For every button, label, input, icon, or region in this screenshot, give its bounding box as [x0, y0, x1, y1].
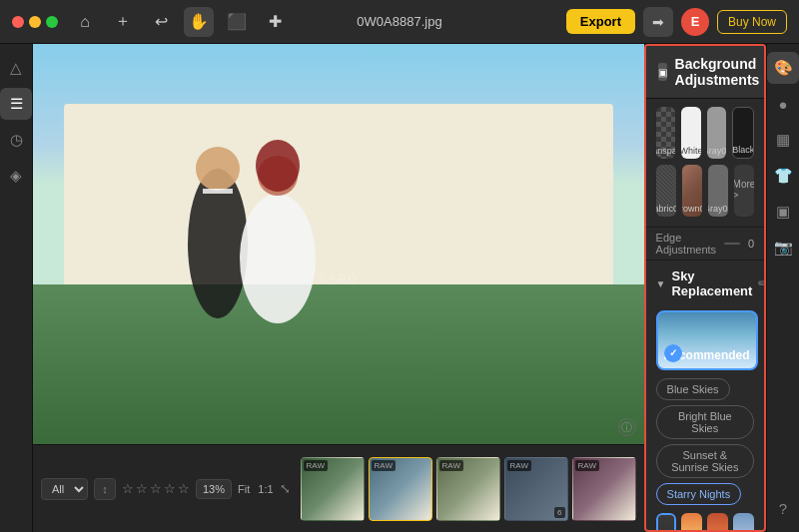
star-4[interactable]: ☆ [164, 481, 176, 496]
swatch-brown03-label: Brown03 [682, 204, 702, 214]
bg-swatches: Transpar... White Gray02 Black Fabric02 … [646, 99, 764, 227]
svg-point-1 [196, 147, 240, 191]
star-3[interactable]: ☆ [150, 481, 162, 496]
swatch-brown03[interactable]: Brown03 [682, 165, 702, 217]
left-sidebar: △ ☰ ◷ ◈ [0, 44, 33, 532]
swatch-gray03[interactable]: Gray03 [708, 165, 728, 217]
filename: 0W0A8887.jpg [357, 14, 441, 29]
sky-tabs: Recommended My backdrops [656, 310, 754, 370]
brush-icon[interactable]: ⬛ [222, 7, 252, 37]
main-area: △ ☰ ◷ ◈ ©PRO ⓘ [0, 44, 799, 532]
sky-edit-icon[interactable]: ✏ [758, 276, 766, 290]
swatch-gray02[interactable]: Gray02 [707, 107, 727, 159]
photo-subjects [33, 44, 644, 444]
buy-now-button[interactable]: Buy Now [717, 10, 787, 34]
right-panel: ▣ Background Adjustments Transpar... Whi… [644, 44, 766, 532]
topbar: ⌂ ＋ ↩ ✋ ⬛ ✚ 0W0A8887.jpg Export ➡ E Buy … [0, 0, 799, 44]
sky-preview-2[interactable] [681, 513, 702, 532]
edge-adjustments-label: Edge Adjustments [656, 232, 717, 256]
swatch-fabric02-label: Fabric02 [656, 204, 676, 214]
film-expand-icon[interactable]: ⤡ [280, 481, 291, 496]
raw-badge-4: RAW [507, 460, 531, 471]
far-right-photo-icon[interactable]: ▣ [767, 196, 799, 228]
sidebar-icon-triangle[interactable]: △ [0, 52, 32, 84]
far-right-camera-icon[interactable]: 📷 [767, 232, 799, 264]
info-icon[interactable]: ⓘ [618, 418, 636, 436]
sidebar-icon-adjust[interactable]: ◈ [0, 160, 32, 192]
swatch-row-2: Fabric02 Brown03 Gray03 More > [656, 165, 754, 217]
avatar[interactable]: E [681, 8, 709, 36]
film-ratio-button[interactable]: 1:1 [258, 483, 273, 495]
swatch-more[interactable]: More > [734, 165, 754, 217]
swatch-fabric02[interactable]: Fabric02 [656, 165, 676, 217]
film-thumb-1[interactable]: RAW [301, 457, 365, 521]
edge-adjustments-row: Edge Adjustments 0 [646, 227, 764, 261]
traffic-lights [12, 16, 58, 28]
sky-chevron-icon[interactable]: ▼ [656, 278, 666, 289]
film-thumb-2[interactable]: RAW [369, 457, 432, 521]
sky-previews: − [656, 513, 754, 532]
star-1[interactable]: ☆ [122, 481, 134, 496]
film-thumbnails: RAW RAW RAW RAW 6 RAW [301, 457, 636, 521]
help-question-icon[interactable]: ? [767, 492, 799, 524]
film-thumb-3[interactable]: RAW [436, 457, 500, 521]
sky-preview-minus-icon: − [660, 513, 672, 532]
sky-preview-4[interactable] [733, 513, 754, 532]
star-2[interactable]: ☆ [136, 481, 148, 496]
sky-replacement-section: ▼ Sky Replacement ✏ Recommended My backd… [646, 265, 764, 532]
topbar-right: Export ➡ E Buy Now [566, 7, 787, 37]
filter-blue-skies[interactable]: Blue Skies [656, 378, 730, 400]
raw-badge-2: RAW [372, 460, 396, 471]
far-right-sidebar: 🎨 ● ▦ 👕 ▣ 📷 ? [766, 44, 799, 532]
far-right-palette-icon[interactable]: 🎨 [767, 52, 799, 84]
film-controls: All ↕ ☆ ☆ ☆ ☆ ☆ 13% Fit 1:1 ⤡ [41, 478, 291, 500]
far-right-grid-icon[interactable]: ▦ [767, 124, 799, 156]
far-right-drop-icon[interactable]: ● [767, 88, 799, 120]
sidebar-icon-history[interactable]: ◷ [0, 124, 32, 156]
bandaid-icon[interactable]: ✚ [260, 7, 290, 37]
fullscreen-button[interactable] [46, 16, 58, 28]
swatch-more-label: More > [734, 179, 754, 201]
film-sort-button[interactable]: ↕ [94, 478, 116, 500]
film-filter-select[interactable]: All [41, 478, 88, 500]
edge-adj-slider[interactable] [724, 243, 740, 245]
swatch-white[interactable]: White [681, 107, 701, 159]
far-right-shirt-icon[interactable]: 👕 [767, 160, 799, 192]
filter-bright-blue-skies[interactable]: Bright Blue Skies [656, 405, 754, 439]
home-icon[interactable]: ⌂ [70, 7, 100, 37]
swatch-row-1: Transpar... White Gray02 Black [656, 107, 754, 159]
raw-badge-5: RAW [575, 460, 599, 471]
swatch-transparent-label: Transpar... [656, 146, 676, 156]
sky-preview-3[interactable] [707, 513, 728, 532]
swatch-black-label: Black [732, 145, 754, 155]
minimize-button[interactable] [29, 16, 41, 28]
swatch-transparent[interactable]: Transpar... [656, 107, 676, 159]
export-button[interactable]: Export [566, 9, 635, 34]
svg-rect-2 [203, 189, 233, 194]
sidebar-icon-layers[interactable]: ☰ [0, 88, 32, 120]
film-zoom-select[interactable]: 13% [196, 479, 232, 499]
hand-tool-icon[interactable]: ✋ [184, 7, 214, 37]
add-icon[interactable]: ＋ [108, 7, 138, 37]
close-button[interactable] [12, 16, 24, 28]
undo-icon[interactable]: ↩ [146, 7, 176, 37]
swatch-black[interactable]: Black [732, 107, 754, 159]
sky-preview-minus[interactable]: − [656, 513, 677, 532]
swatch-gray03-label: Gray03 [708, 204, 728, 214]
raw-badge-1: RAW [304, 460, 328, 471]
canvas-image[interactable]: ©PRO ⓘ [33, 44, 644, 444]
film-thumb-4[interactable]: RAW 6 [504, 457, 568, 521]
filter-sunset-sunrise[interactable]: Sunset & Sunrise Skies [656, 444, 754, 478]
star-5[interactable]: ☆ [178, 481, 190, 496]
sky-tab-recommended[interactable]: Recommended [656, 310, 758, 370]
sky-filters: Blue Skies Bright Blue Skies Sunset & Su… [656, 378, 754, 505]
film-thumb-5[interactable]: RAW [572, 457, 636, 521]
film-fit-button[interactable]: Fit [238, 483, 250, 495]
rp-header-icon: ▣ [658, 63, 667, 81]
thumb-4-count: 6 [554, 507, 564, 518]
filter-starry-nights[interactable]: Starry Nights [656, 483, 742, 505]
share-icon[interactable]: ➡ [643, 7, 673, 37]
filmstrip: All ↕ ☆ ☆ ☆ ☆ ☆ 13% Fit 1:1 ⤡ RAW [33, 444, 644, 532]
sky-tab-recommended-label: Recommended [664, 348, 750, 362]
svg-point-5 [256, 140, 300, 192]
